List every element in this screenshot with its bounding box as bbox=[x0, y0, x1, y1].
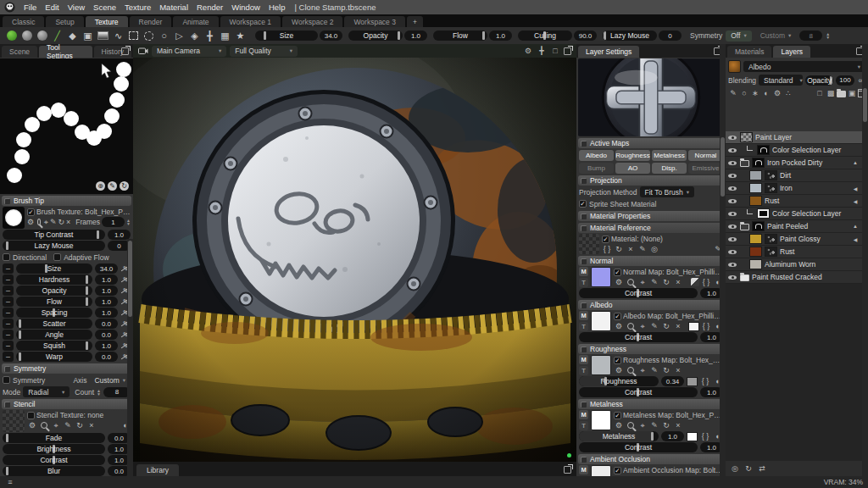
value-spacing[interactable]: 1.0 bbox=[95, 308, 118, 318]
map-normal-braces[interactable]: { } bbox=[701, 277, 711, 287]
visibility-eye-icon[interactable] bbox=[727, 260, 737, 269]
toolbar-slider-flow[interactable]: Flow bbox=[433, 30, 487, 41]
tab-layers[interactable]: Layers bbox=[773, 46, 810, 58]
frames-stepper[interactable]: ▲▼ bbox=[126, 219, 131, 225]
workspace-tab-setup[interactable]: Setup bbox=[46, 16, 83, 27]
material-ref-pen[interactable]: ✎ bbox=[637, 244, 648, 254]
layer-settings-scrollbar[interactable] bbox=[720, 44, 726, 476]
map-albedo-braces[interactable]: { } bbox=[701, 321, 711, 331]
cube-tool-icon[interactable]: ▦ bbox=[218, 29, 232, 43]
symmetry-header[interactable]: Symmetry bbox=[2, 363, 131, 374]
slider-flow[interactable]: Flow bbox=[16, 297, 92, 307]
active-maps-header[interactable]: Active Maps bbox=[578, 138, 724, 148]
map-slider-metalness[interactable]: Metalness bbox=[579, 431, 659, 441]
viewport-canvas[interactable] bbox=[133, 58, 576, 462]
slider-knob[interactable] bbox=[19, 319, 21, 328]
map-normal-search-icon[interactable] bbox=[627, 279, 634, 286]
slider-knob[interactable] bbox=[86, 297, 88, 306]
value-warp[interactable]: 0.0 bbox=[95, 352, 118, 362]
collapse-angle-icon[interactable]: – bbox=[3, 330, 14, 340]
visibility-eye-icon[interactable] bbox=[727, 222, 737, 231]
paint-sphere-icon[interactable] bbox=[4, 29, 19, 43]
mode-dropdown[interactable]: Radial▾ bbox=[23, 386, 70, 397]
map-slider-contrast[interactable]: Contrast bbox=[579, 387, 698, 397]
layer-opacity-slider[interactable]: Opacity bbox=[805, 75, 833, 86]
collapse-flow-icon[interactable]: – bbox=[3, 297, 14, 307]
material-ref-target[interactable]: ◎ bbox=[649, 244, 659, 254]
stencil-texture-checkbox[interactable] bbox=[27, 412, 35, 419]
slider-knob[interactable] bbox=[86, 286, 88, 295]
slider-lazy-mouse[interactable]: Lazy Mouse bbox=[3, 241, 105, 251]
map-checkbox-roughness[interactable]: ✓ bbox=[614, 357, 621, 364]
slider-knob[interactable] bbox=[19, 352, 21, 361]
map-thumbnail-ambient-occlusion[interactable] bbox=[591, 465, 611, 476]
menu-file[interactable]: File bbox=[19, 2, 41, 13]
layer-row-paint-glossy[interactable]: Paint Glossy◀ bbox=[726, 233, 862, 246]
layer-row-iron[interactable]: Iron◀ bbox=[726, 182, 862, 195]
visibility-eye-icon[interactable] bbox=[727, 197, 737, 206]
add-stroke-point-icon[interactable]: ⊕ bbox=[96, 181, 105, 191]
sprite-sheet-checkbox[interactable]: ✓ bbox=[579, 200, 587, 208]
stencil-texture-edit[interactable]: ✎ bbox=[63, 420, 73, 430]
channel-dropdown[interactable]: Albedo▾ bbox=[743, 61, 865, 72]
channel-color-swatch[interactable] bbox=[687, 377, 698, 386]
slider-knob[interactable] bbox=[86, 341, 88, 350]
slider-knob[interactable] bbox=[6, 467, 8, 475]
stencil-header[interactable]: Stencil bbox=[2, 399, 131, 409]
library-popout-icon[interactable] bbox=[564, 466, 571, 474]
layer-opacity-value[interactable]: 100 bbox=[836, 75, 854, 86]
brush-texture-checkbox[interactable]: ✓ bbox=[27, 208, 35, 216]
workspace-tab-texture[interactable]: Texture bbox=[86, 16, 128, 27]
stencil-texture-search-icon[interactable] bbox=[41, 422, 47, 429]
toolbar-value-opacity[interactable]: 1.0 bbox=[404, 30, 427, 41]
tab-materials[interactable]: Materials bbox=[727, 46, 771, 58]
tab-layer-settings[interactable]: Layer Settings bbox=[578, 46, 639, 58]
add-layer[interactable]: ▣ bbox=[847, 88, 857, 98]
map-color-swatch[interactable] bbox=[688, 322, 699, 331]
collapse-group[interactable]: ▲ bbox=[850, 221, 860, 231]
layer-row-aluminum-worn[interactable]: Aluminum Worn bbox=[726, 258, 862, 271]
map-roughness-clear[interactable]: × bbox=[673, 365, 683, 375]
map-normal-reload[interactable]: ↻ bbox=[661, 277, 671, 287]
map-normal-pan[interactable]: ⌖ bbox=[637, 277, 648, 287]
toolbar-value-culling[interactable]: 90.0 bbox=[574, 30, 597, 41]
flip-channel-icon[interactable] bbox=[691, 278, 699, 286]
brush-texture-search-icon[interactable] bbox=[37, 219, 41, 225]
layer-contrast[interactable]: ◐ bbox=[761, 88, 771, 98]
layer-row-color-selection-layer[interactable]: Color Selection Layer bbox=[726, 208, 862, 220]
collapse-opacity-icon[interactable]: – bbox=[3, 286, 14, 296]
toolbar-value-size[interactable]: 34.0 bbox=[320, 30, 342, 41]
layer-mask[interactable]: ◀ bbox=[850, 183, 860, 193]
map-albedo-clear[interactable]: × bbox=[673, 321, 683, 331]
add-folder-icon[interactable] bbox=[837, 91, 846, 97]
slider-knob[interactable] bbox=[264, 31, 266, 40]
polygon-select-tool-icon[interactable]: ▷ bbox=[172, 29, 186, 43]
map-albedo-edit[interactable]: ✎ bbox=[649, 321, 659, 331]
layer-row-rust[interactable]: Rust◀ bbox=[726, 195, 862, 208]
visibility-eye-icon[interactable] bbox=[727, 209, 737, 219]
camera-dropdown[interactable]: Main Camera▾ bbox=[152, 46, 226, 57]
layer-paint[interactable]: ✎ bbox=[728, 88, 738, 98]
slider-warp[interactable]: Warp bbox=[16, 352, 92, 362]
map-metalness-search-icon[interactable] bbox=[627, 422, 634, 429]
stencil-texture-reload[interactable]: ↻ bbox=[75, 420, 85, 430]
layer-spray[interactable]: ∗ bbox=[750, 88, 760, 98]
refresh-layers[interactable]: ↻ bbox=[743, 463, 754, 474]
layer-row-color-selection-layer[interactable]: Color Selection Layer bbox=[726, 144, 862, 157]
value-size[interactable]: 34.0 bbox=[95, 263, 118, 274]
marquee-rect-tool-icon[interactable] bbox=[126, 29, 141, 43]
map-metalness-edit[interactable]: ✎ bbox=[649, 420, 659, 430]
layer-mask[interactable]: ◀ bbox=[850, 234, 860, 244]
slider-hardness[interactable]: Hardness bbox=[16, 274, 92, 285]
tab-tool-settings[interactable]: Tool Settings bbox=[39, 46, 92, 58]
stencil-slider-contrast[interactable]: Contrast bbox=[3, 455, 105, 465]
channel-color-swatch[interactable] bbox=[687, 432, 698, 441]
toolbar-slider-size[interactable]: Size bbox=[255, 30, 318, 41]
blending-dropdown[interactable]: Standard▾ bbox=[759, 75, 803, 86]
slider-knob[interactable] bbox=[86, 275, 88, 284]
symmetry-count-value[interactable]: 8 bbox=[799, 30, 822, 41]
slider-squish[interactable]: Squish bbox=[16, 341, 92, 351]
layer-sphere-icon[interactable] bbox=[35, 29, 49, 43]
value-scatter[interactable]: 0.0 bbox=[95, 319, 118, 329]
clone-stamp-tool-icon[interactable]: ▣ bbox=[81, 29, 95, 43]
